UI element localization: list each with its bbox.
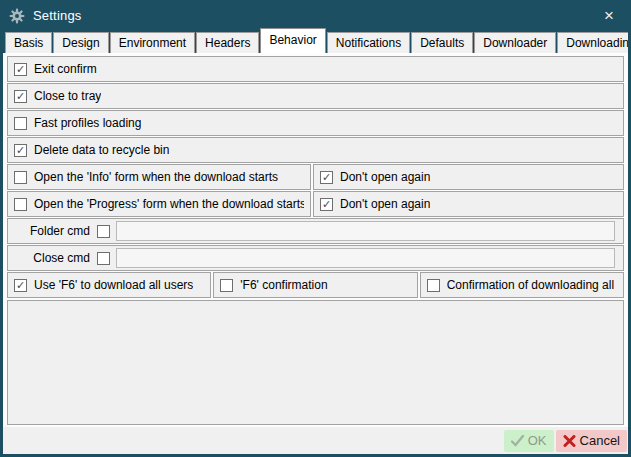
info-dont-open-checkbox-field[interactable]: Don't open again [320,170,430,184]
confirm-download-all-checkbox-field[interactable]: Confirmation of downloading all [427,278,614,292]
close-cmd-input[interactable] [116,248,615,268]
panel-close-cmd: Close cmd [7,245,624,271]
empty-panel [7,300,624,425]
row-delete-recycle: Delete data to recycle bin [7,137,624,163]
open-progress-checkbox-field[interactable]: Open the 'Progress' form when the downlo… [14,197,304,211]
progress-dont-open-checkbox[interactable] [320,198,333,211]
open-info-checkbox[interactable] [14,171,27,184]
use-f6-checkbox-field[interactable]: Use 'F6' to download all users [14,278,193,292]
panel-folder-cmd: Folder cmd [7,218,624,244]
fast-profiles-checkbox[interactable] [14,117,27,130]
window-title: Settings [33,8,82,23]
tab-basis[interactable]: Basis [5,32,52,53]
cancel-button-label: Cancel [580,433,620,448]
close-to-tray-checkbox[interactable] [14,90,27,103]
tab-environment[interactable]: Environment [110,32,195,53]
panel-progress-dont-open: Don't open again [313,191,624,217]
title-bar: Settings × [3,3,628,28]
fast-profiles-label: Fast profiles loading [34,116,141,130]
ok-button-label: OK [528,433,547,448]
info-dont-open-label: Don't open again [340,170,430,184]
use-f6-checkbox[interactable] [14,279,27,292]
row-f6-options: Use 'F6' to download all users 'F6' conf… [7,272,624,298]
row-folder-cmd: Folder cmd [7,218,624,244]
row-open-info: Open the 'Info' form when the download s… [7,164,624,190]
use-f6-label: Use 'F6' to download all users [34,278,193,292]
panel-delete-recycle: Delete data to recycle bin [7,137,624,163]
exit-confirm-label: Exit confirm [34,62,97,76]
tab-notifications[interactable]: Notifications [327,32,410,53]
x-icon [563,435,576,447]
folder-cmd-checkbox[interactable] [97,225,110,238]
open-progress-checkbox[interactable] [14,198,27,211]
panel-info-dont-open: Don't open again [313,164,624,190]
folder-cmd-input[interactable] [116,221,615,241]
row-open-progress: Open the 'Progress' form when the downlo… [7,191,624,217]
row-close-cmd: Close cmd [7,245,624,271]
close-cmd-label: Close cmd [14,251,90,265]
gear-icon [9,7,26,24]
fast-profiles-checkbox-field[interactable]: Fast profiles loading [14,116,141,130]
info-dont-open-checkbox[interactable] [320,171,333,184]
close-icon[interactable]: × [596,5,622,27]
check-icon [511,435,524,447]
row-exit-confirm: Exit confirm [7,56,624,82]
panel-open-info: Open the 'Info' form when the download s… [7,164,311,190]
settings-window: Settings × BasisDesignEnvironmentHeaders… [0,0,631,457]
row-close-to-tray: Close to tray [7,83,624,109]
folder-cmd-label: Folder cmd [14,224,90,238]
close-to-tray-checkbox-field[interactable]: Close to tray [14,89,101,103]
open-info-label: Open the 'Info' form when the download s… [34,170,278,184]
close-cmd-checkbox[interactable] [97,252,110,265]
exit-confirm-checkbox[interactable] [14,63,27,76]
panel-exit-confirm: Exit confirm [7,56,624,82]
progress-dont-open-label: Don't open again [340,197,430,211]
panel-close-to-tray: Close to tray [7,83,624,109]
row-fast-profiles: Fast profiles loading [7,110,624,136]
ok-button[interactable]: OK [504,430,554,452]
panel-fast-profiles: Fast profiles loading [7,110,624,136]
confirm-download-all-label: Confirmation of downloading all [447,278,614,292]
f6-confirmation-checkbox-field[interactable]: 'F6' confirmation [220,278,327,292]
close-to-tray-label: Close to tray [34,89,101,103]
delete-recycle-checkbox-field[interactable]: Delete data to recycle bin [14,143,169,157]
confirm-download-all-checkbox[interactable] [427,279,440,292]
tab-downloading[interactable]: Downloading [557,32,631,53]
button-bar: OK Cancel [3,427,628,454]
tab-strip: BasisDesignEnvironmentHeadersBehaviorNot… [3,28,628,53]
panel-use-f6: Use 'F6' to download all users [7,272,211,298]
tab-headers[interactable]: Headers [196,32,259,53]
panel-f6-confirmation: 'F6' confirmation [213,272,417,298]
behavior-tab-page: Exit confirm Close to tray Fast profiles… [3,53,628,427]
open-progress-label: Open the 'Progress' form when the downlo… [34,197,304,211]
delete-recycle-checkbox[interactable] [14,144,27,157]
cancel-button[interactable]: Cancel [556,430,627,452]
tab-behavior[interactable]: Behavior [260,28,325,53]
tab-design[interactable]: Design [53,32,108,53]
tab-defaults[interactable]: Defaults [411,32,473,53]
f6-confirmation-checkbox[interactable] [220,279,233,292]
panel-confirm-download-all: Confirmation of downloading all [420,272,624,298]
open-info-checkbox-field[interactable]: Open the 'Info' form when the download s… [14,170,278,184]
f6-confirmation-label: 'F6' confirmation [240,278,327,292]
exit-confirm-checkbox-field[interactable]: Exit confirm [14,62,97,76]
delete-recycle-label: Delete data to recycle bin [34,143,169,157]
progress-dont-open-checkbox-field[interactable]: Don't open again [320,197,430,211]
tab-downloader[interactable]: Downloader [474,32,556,53]
panel-open-progress: Open the 'Progress' form when the downlo… [7,191,311,217]
